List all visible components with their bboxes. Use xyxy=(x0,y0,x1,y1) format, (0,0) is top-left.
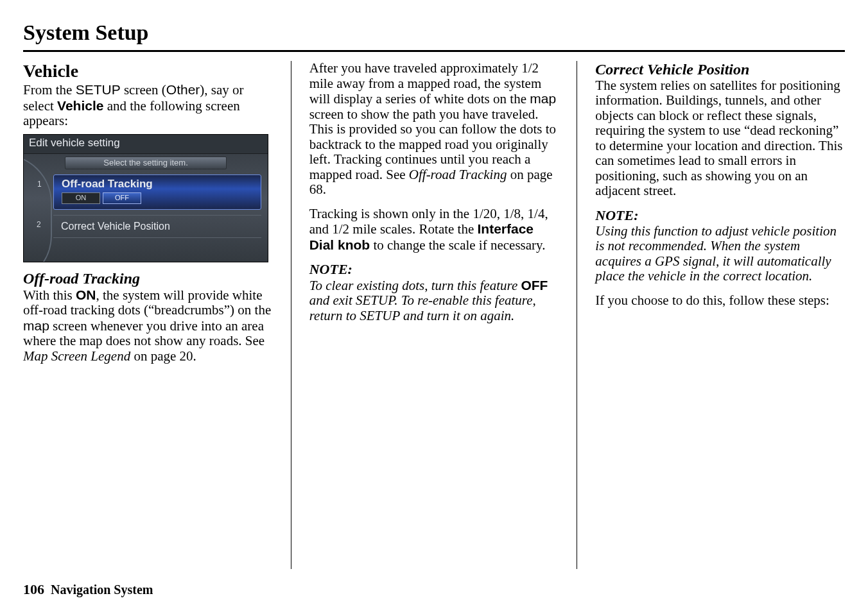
vehicle-word: Vehicle xyxy=(57,98,103,113)
off-road-tracking-heading: Off-road Tracking xyxy=(23,270,273,287)
note-body: To clear existing dots, turn this featur… xyxy=(309,278,559,324)
footer-label: Navigation System xyxy=(51,582,153,597)
note-label: NOTE: xyxy=(595,208,845,224)
toggle-on[interactable]: ON xyxy=(62,192,100,204)
off-road-tracking-ref: Off-road Tracking xyxy=(409,167,507,182)
tracking-paragraph-2: Tracking is shown only in the 1/20, 1/8,… xyxy=(309,207,559,253)
note-label: NOTE: xyxy=(309,262,559,278)
note-body: Using this function to adjust vehicle po… xyxy=(595,224,845,284)
text: After you have traveled approximately 1/… xyxy=(309,60,542,106)
nav-title-bar: Edit vehicle setting xyxy=(24,135,268,154)
page-title: System Setup xyxy=(23,21,845,45)
nav-list: 1 Off-road Tracking ON OFF 2 Correct Veh… xyxy=(24,173,268,238)
text: to change the scale if necessary. xyxy=(370,237,545,253)
text: To clear existing dots, turn this featur… xyxy=(309,278,521,293)
title-rule xyxy=(23,50,845,52)
correct-vehicle-position-heading: Correct Vehicle Position xyxy=(595,61,845,78)
cvp-paragraph-1: The system relies on satellites for posi… xyxy=(595,78,845,199)
column-separator xyxy=(291,61,291,569)
column-separator xyxy=(577,61,577,569)
nav-item-label: Correct Vehicle Position xyxy=(61,221,170,232)
map-word: map xyxy=(530,91,556,106)
text: and exit SETUP. To re-enable this featur… xyxy=(309,293,536,323)
column-3: Correct Vehicle Position The system reli… xyxy=(595,61,845,569)
nav-item-number: 2 xyxy=(37,221,41,229)
toggle-off[interactable]: OFF xyxy=(103,192,141,204)
text: screen whenever you drive into an area w… xyxy=(23,318,265,349)
nav-item-off-road-tracking[interactable]: 1 Off-road Tracking ON OFF xyxy=(53,174,261,210)
text: screen ( xyxy=(121,82,166,98)
edit-vehicle-setting-screen: Edit vehicle setting Select the setting … xyxy=(23,134,268,262)
page-number: 106 xyxy=(23,581,44,597)
nav-item-label: Off-road Tracking xyxy=(62,178,153,190)
cvp-paragraph-2: If you choose to do this, follow these s… xyxy=(595,293,845,309)
text: on page 20. xyxy=(130,348,196,364)
nav-item-correct-vehicle-position[interactable]: 2 Correct Vehicle Position xyxy=(53,215,261,238)
nav-item-number: 1 xyxy=(37,180,42,189)
column-2: After you have traveled approximately 1/… xyxy=(309,61,559,569)
page-footer: 106 Navigation System xyxy=(23,581,153,598)
note-block: NOTE: Using this function to adjust vehi… xyxy=(595,208,845,284)
vehicle-heading: Vehicle xyxy=(23,61,273,81)
text: With this xyxy=(23,287,76,303)
nav-subtitle: Select the setting item. xyxy=(65,157,227,169)
map-screen-legend-ref: Map Screen Legend xyxy=(23,348,130,364)
map-word: map xyxy=(23,318,49,333)
column-1: Vehicle From the SETUP screen (Other), s… xyxy=(23,61,273,569)
on-word: ON xyxy=(76,287,96,302)
off-road-tracking-paragraph: With this ON, the system will provide wh… xyxy=(23,287,273,364)
text: From the xyxy=(23,82,76,98)
content-columns: Vehicle From the SETUP screen (Other), s… xyxy=(23,61,845,569)
tracking-paragraph-1: After you have traveled approximately 1/… xyxy=(309,61,559,198)
setup-word: SETUP xyxy=(76,82,121,97)
off-word: OFF xyxy=(521,278,548,293)
vehicle-intro: From the SETUP screen (Other), say or se… xyxy=(23,82,273,129)
note-block: NOTE: To clear existing dots, turn this … xyxy=(309,262,559,323)
off-road-toggle: ON OFF xyxy=(62,192,256,204)
other-word: Other xyxy=(166,82,200,97)
